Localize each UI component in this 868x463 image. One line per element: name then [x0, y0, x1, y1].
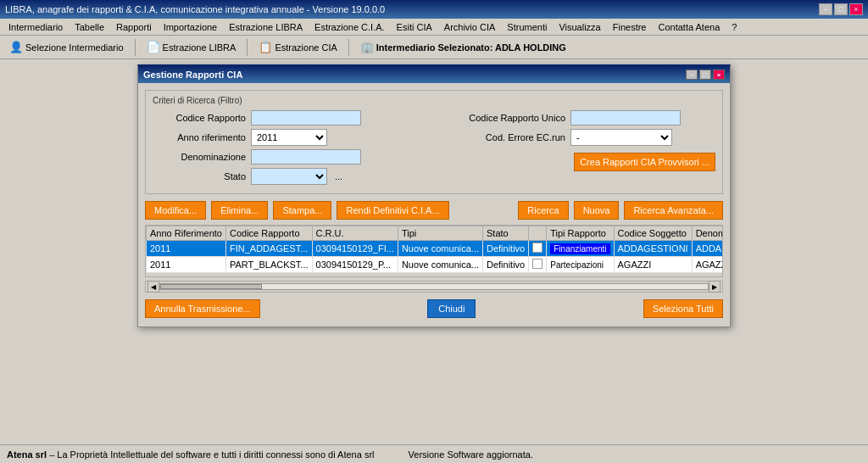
menu-intermediario[interactable]: Intermediario — [3, 20, 68, 34]
menu-tabelle[interactable]: Tabelle — [70, 20, 109, 34]
cru-row: Codice Rapporto Unico — [447, 110, 715, 126]
dialog-controls: − □ × — [686, 70, 725, 80]
toolbar-selezione-label: Selezione Intermediario — [25, 42, 124, 53]
bottom-bar: Annulla Trasmissione... Chiudi Seleziona… — [145, 296, 723, 320]
horizontal-scrollbar[interactable]: ◀ ▶ — [145, 281, 723, 293]
tipi-rapporto-text: Partecipazioni — [550, 260, 604, 270]
libra-icon: 📄 — [147, 41, 160, 53]
col-anno: Anno Riferimento — [147, 226, 226, 241]
cell-tipi-rapporto: Partecipazioni — [547, 257, 614, 273]
denominazione-input[interactable] — [251, 149, 361, 165]
scroll-track[interactable] — [159, 283, 709, 290]
action-buttons-row: Modifica... Elimina... Stampa... Rendi D… — [145, 201, 723, 220]
cell-check[interactable] — [529, 257, 547, 273]
menu-esiti-cia[interactable]: Esiti CIA — [392, 20, 437, 34]
scroll-left-arrow[interactable]: ◀ — [147, 281, 159, 293]
modifica-button[interactable]: Modifica... — [145, 201, 206, 220]
menu-archivio-cia[interactable]: Archivio CIA — [439, 20, 501, 34]
col-check — [529, 226, 547, 241]
menu-estrazione-libra[interactable]: Estrazione LIBRA — [224, 20, 308, 34]
cell-codice-soggetto: AGAZZI — [614, 257, 692, 273]
col-codice-rapporto: Codice Rapporto — [226, 226, 313, 241]
cell-check[interactable] — [529, 241, 547, 257]
dialog-title: Gestione Rapporti CIA — [143, 70, 242, 80]
table-scroll-area[interactable]: Anno Riferimento Codice Rapporto C.R.U. … — [146, 226, 722, 276]
chiudi-button[interactable]: Chiudi — [427, 299, 476, 318]
anno-riferimento-select[interactable]: 2011 2010 2009 — [251, 129, 327, 146]
anno-riferimento-row: Anno riferimento 2011 2010 2009 — [153, 129, 421, 146]
cell-anno: 2011 — [147, 241, 226, 257]
codice-rapporto-row: Codice Rapporto — [153, 110, 421, 126]
menu-finestre[interactable]: Finestre — [608, 20, 652, 34]
anno-riferimento-label: Anno riferimento — [153, 132, 246, 142]
checkbox-icon — [532, 243, 542, 253]
col-stato: Stato — [483, 226, 529, 241]
content-area: Gestione Rapporti CIA − □ × Criteri di R… — [0, 59, 868, 422]
toolbar-estrazione-cia[interactable]: 📋 Estrazione CIA — [254, 38, 341, 56]
person-icon: 👤 — [9, 41, 23, 53]
menu-contatta-atena[interactable]: Contatta Atena — [653, 20, 725, 34]
cell-anno: 2011 — [147, 257, 226, 273]
cell-stato: Definitivo — [483, 241, 529, 257]
toolbar-selezione-intermediario[interactable]: 👤 Selezione Intermediario — [5, 38, 128, 56]
annulla-trasmissione-button[interactable]: Annulla Trasmissione... — [145, 299, 260, 318]
dialog-body: Criteri di Ricerca (Filtro) Codice Rappo… — [138, 83, 730, 326]
menu-importazione[interactable]: Importazione — [159, 20, 223, 34]
seleziona-tutti-button[interactable]: Seleziona Tutti — [643, 299, 723, 318]
table-row[interactable]: 2011 PART_BLACKST... 03094150129_P... Nu… — [147, 257, 723, 273]
rendi-definitivi-button[interactable]: Rendi Definitivi C.I.A... — [337, 201, 448, 220]
window-controls: − □ × — [819, 3, 863, 15]
codice-rapporto-input[interactable] — [251, 110, 361, 126]
menu-strumenti[interactable]: Strumenti — [502, 20, 552, 34]
toolbar-separator-3 — [348, 39, 349, 56]
denominazione-label: Denominazione — [153, 152, 246, 162]
cod-errore-select[interactable]: - EC001 — [570, 129, 672, 146]
menu-rapporti[interactable]: Rapporti — [111, 20, 157, 34]
scroll-right-arrow[interactable]: ▶ — [709, 281, 721, 293]
scroll-thumb[interactable] — [160, 284, 262, 289]
cell-tipi: Nuove comunica... — [398, 241, 482, 257]
dialog-maximize-btn[interactable]: □ — [699, 70, 711, 80]
cell-tipi-rapporto: Finanziamenti — [547, 241, 614, 257]
cell-denominazione: AGAZZI MARINA — [692, 257, 722, 273]
toolbar-estrazione-libra[interactable]: 📄 Estrazione LIBRA — [142, 38, 241, 56]
stampa-button[interactable]: Stampa... — [273, 201, 331, 220]
close-button[interactable]: × — [849, 3, 863, 15]
cell-cru: 03094150129_P... — [312, 257, 398, 273]
denominazione-row: Denominazione — [153, 149, 421, 165]
crea-rapporti-row: Crea Rapporti CIA Provvisori ... — [447, 153, 715, 171]
status-right: Versione Software aggiornata. — [409, 449, 533, 460]
col-denominazione: Denominazione — [692, 226, 722, 241]
cod-errore-row: Cod. Errore EC.run - EC001 — [447, 129, 715, 146]
app-title: LIBRA, anagrafe dei rapporti & C.I.A, co… — [5, 4, 385, 14]
menu-estrazione-cia[interactable]: Estrazione C.I.A. — [309, 20, 390, 34]
cru-input[interactable] — [570, 110, 681, 126]
maximize-button[interactable]: □ — [834, 3, 848, 15]
status-desc: – La Proprietà Intellettuale del softwar… — [49, 449, 374, 460]
stato-select[interactable]: Definitivo Provvisorio — [251, 168, 327, 185]
cia-icon: 📋 — [259, 41, 272, 53]
selected-intermediary-label: Intermediario Selezionato: ADLA HOLDING — [376, 42, 566, 53]
status-company: Atena srl — [7, 449, 47, 460]
dialog-minimize-btn[interactable]: − — [686, 70, 698, 80]
crea-rapporti-button[interactable]: Crea Rapporti CIA Provvisori ... — [574, 153, 715, 171]
menu-bar: Intermediario Tabelle Rapporti Importazi… — [0, 19, 868, 36]
filter-section: Criteri di Ricerca (Filtro) Codice Rappo… — [145, 90, 723, 194]
col-tipi-rapporto: Tipi Rapporto — [547, 226, 614, 241]
cell-codice-rapporto: FIN_ADDAGEST... — [226, 241, 313, 257]
ricerca-button[interactable]: Ricerca — [518, 201, 568, 220]
cell-stato: Definitivo — [483, 257, 529, 273]
menu-visualizza[interactable]: Visualizza — [554, 20, 605, 34]
ricerca-avanzata-button[interactable]: Ricerca Avanzata... — [624, 201, 723, 220]
menu-help[interactable]: ? — [726, 20, 742, 34]
table-row[interactable]: 2011 FIN_ADDAGEST... 03094150129_FI... N… — [147, 241, 723, 257]
cell-denominazione: ADDA GESTIONI — [692, 241, 722, 257]
filter-columns: Codice Rapporto Anno riferimento 2011 20… — [153, 110, 715, 188]
elimina-button[interactable]: Elimina... — [211, 201, 268, 220]
col-cru: C.R.U. — [312, 226, 398, 241]
data-table: Anno Riferimento Codice Rapporto C.R.U. … — [146, 226, 722, 273]
nuova-button[interactable]: Nuova — [574, 201, 620, 220]
stato-row: Stato Definitivo Provvisorio ... — [153, 168, 421, 185]
minimize-button[interactable]: − — [819, 3, 832, 15]
dialog-close-btn[interactable]: × — [713, 70, 725, 80]
